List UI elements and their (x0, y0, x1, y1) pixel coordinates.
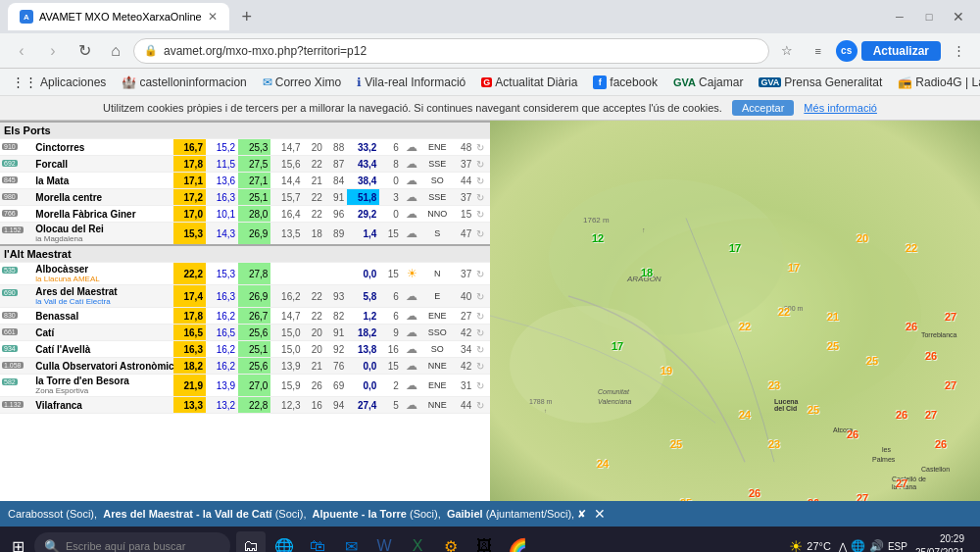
close-button[interactable]: ✕ (945, 3, 972, 30)
facebook-label: facebook (610, 75, 658, 89)
svg-point-3 (510, 306, 666, 423)
bookmark-cajamar[interactable]: GVA Cajamar (669, 74, 747, 91)
svg-text:Atcora: Atcora (833, 427, 853, 433)
station-row: 692Forcall17,811,527,515,6228743,48☁SSE3… (0, 156, 490, 173)
station-name-cell: Morella Fàbrica Giner (32, 206, 172, 223)
svg-text:Palmes: Palmes (872, 456, 896, 463)
station-name-cell: la Torre d'en BesoraZona Esportiva (32, 375, 172, 397)
more-info-link[interactable]: Més informació (804, 102, 877, 114)
browser-window: A AVAMET MXO MeteoXarxaOnline ✕ + ─ □ ✕ … (0, 0, 980, 552)
search-input[interactable] (66, 540, 203, 552)
svg-text:Valenciana: Valenciana (598, 398, 631, 405)
bookmark-facebook[interactable]: f facebook (589, 74, 662, 91)
actualitat-icon: G (481, 77, 492, 87)
station-name-cell: Cinctorres (32, 139, 172, 156)
svg-text:la Plana: la Plana (892, 483, 916, 490)
svg-text:1788 m: 1788 m (529, 398, 552, 405)
castello-icon: 🏰 (122, 75, 136, 89)
weather-icon: ☀ (789, 537, 803, 553)
bookmark-vilareal[interactable]: ℹ Vila-real Informació (353, 74, 469, 91)
map-panel[interactable]: 1762 m ↑ 900 m 1788 m ↑ ARAGÓN Comunitat… (490, 121, 980, 501)
search-bar[interactable]: 🔍 (34, 532, 230, 552)
correo-label: Correo Ximo (275, 75, 341, 89)
station-row: 690Ares del Maestratla Vall de Catí Elec… (0, 285, 490, 308)
station-row: 535Albocàsserla Llacuna AMEAL22,215,327,… (0, 263, 490, 285)
reload-button[interactable]: ↻ (71, 37, 98, 65)
taskbar-explorer-icon[interactable]: 🗂 (236, 531, 266, 552)
home-button[interactable]: ⌂ (102, 37, 129, 65)
taskbar-photos-icon[interactable]: 🖼 (469, 531, 499, 552)
vilareal-label: Vila-real Informació (365, 75, 466, 89)
station-name-cell: Morella centre (32, 189, 172, 206)
bookmarks-apps[interactable]: ⋮⋮ Aplicaciones (8, 73, 110, 91)
temperature-text: 27°C (807, 540, 831, 552)
tab-title: AVAMET MXO MeteoXarxaOnline (39, 11, 202, 23)
bookmark-actualitat[interactable]: G Actualitat Diària (477, 74, 581, 91)
svg-text:Comunitat: Comunitat (598, 388, 630, 395)
tray-arrow-icon[interactable]: ⋀ (839, 541, 847, 552)
speaker-icon[interactable]: 🔊 (869, 539, 884, 552)
lang-label: ESP (888, 541, 907, 552)
accept-cookies-button[interactable]: Acceptar (732, 100, 794, 116)
bookmark-castello[interactable]: 🏰 castelloninformacion (118, 74, 250, 91)
address-bar[interactable]: 🔒 avamet.org/mxo-mxo.php?territori=p12 (133, 38, 769, 64)
bottom-ticker: Carabossot (Soci), Ares del Maestrat - l… (0, 501, 980, 527)
taskbar-excel-icon[interactable]: X (403, 531, 432, 552)
tab-bar: A AVAMET MXO MeteoXarxaOnline ✕ + ─ □ ✕ (0, 0, 980, 33)
data-panel: Els Ports910Cinctorres16,715,225,314,720… (0, 121, 490, 501)
bookmark-radio[interactable]: 📻 Radio4G | La radio... (894, 74, 980, 91)
back-button[interactable]: ‹ (8, 37, 35, 65)
svg-text:900 m: 900 m (784, 305, 804, 312)
start-button[interactable]: ⊞ (4, 537, 32, 553)
network-icon[interactable]: 🌐 (851, 539, 865, 552)
prensa-icon: GVA (759, 77, 781, 87)
menu-icon[interactable]: ⋮ (945, 37, 972, 65)
facebook-icon: f (593, 75, 607, 89)
taskbar-app6-icon[interactable]: ⚙ (436, 531, 466, 552)
profile-icon[interactable]: cs (836, 40, 858, 62)
window-controls: ─ □ ✕ (886, 3, 972, 30)
minimize-button[interactable]: ─ (886, 3, 913, 30)
station-row: 1.152Olocau del Reiia Magdalena15,314,32… (0, 223, 490, 246)
forward-button[interactable]: › (39, 37, 67, 65)
radio-icon: 📻 (898, 75, 912, 89)
map-svg: 1762 m ↑ 900 m 1788 m ↑ ARAGÓN Comunitat… (490, 121, 980, 501)
taskbar-store-icon[interactable]: 🛍 (303, 531, 332, 552)
taskbar-mail-icon[interactable]: ✉ (336, 531, 366, 552)
cajamar-label: Cajamar (699, 75, 743, 89)
svg-text:Torreblanca: Torreblanca (921, 331, 957, 338)
vilareal-icon: ℹ (357, 75, 362, 89)
new-tab-button[interactable]: + (233, 3, 261, 30)
reader-icon[interactable]: ≡ (805, 37, 832, 65)
url-text[interactable]: avamet.org/mxo-mxo.php?territori=p12 (164, 44, 367, 58)
station-row: 1.132Vilafranca13,313,222,812,3169427,45… (0, 397, 490, 414)
svg-text:ARAGÓN: ARAGÓN (626, 275, 662, 283)
date-display: 25/07/2021 (915, 546, 964, 552)
station-name-cell: Albocàsserla Llacuna AMEAL (32, 263, 172, 285)
station-row: 1.058Culla Observatori Astronòmic18,216,… (0, 358, 490, 375)
taskbar-chrome-icon[interactable]: 🌈 (503, 531, 532, 552)
star-icon[interactable]: ☆ (773, 37, 801, 65)
clock[interactable]: 20:29 25/07/2021 (915, 532, 964, 552)
station-name-cell: Forcall (32, 156, 172, 173)
refresh-button[interactable]: Actualizar (861, 41, 941, 61)
main-content: Els Ports910Cinctorres16,715,225,314,720… (0, 121, 980, 501)
taskbar-edge-icon[interactable]: 🌐 (270, 531, 299, 552)
bookmark-prensa[interactable]: GVA Prensa Generalitat (755, 74, 886, 91)
bookmark-correo[interactable]: ✉ Correo Ximo (259, 74, 345, 91)
svg-text:Castelló de: Castelló de (892, 476, 926, 482)
lock-icon: 🔒 (144, 44, 158, 57)
sys-tray: ⋀ 🌐 🔊 ESP (839, 539, 907, 552)
taskbar-word-icon[interactable]: W (369, 531, 399, 552)
close-ticker-button[interactable]: ✕ (594, 506, 606, 522)
active-tab[interactable]: A AVAMET MXO MeteoXarxaOnline ✕ (8, 3, 229, 30)
station-name-cell: Benassal (32, 308, 172, 325)
browser-action-buttons: ☆ ≡ cs Actualizar ⋮ (773, 37, 972, 65)
castello-label: castelloninformacion (139, 75, 246, 89)
search-icon: 🔍 (44, 539, 60, 553)
tab-close-icon[interactable]: ✕ (208, 10, 218, 24)
section-header-row: l'Alt Maestrat (0, 245, 490, 263)
station-name-cell: la Mata (32, 173, 172, 189)
maximize-button[interactable]: □ (915, 3, 943, 30)
correo-icon: ✉ (263, 75, 272, 89)
